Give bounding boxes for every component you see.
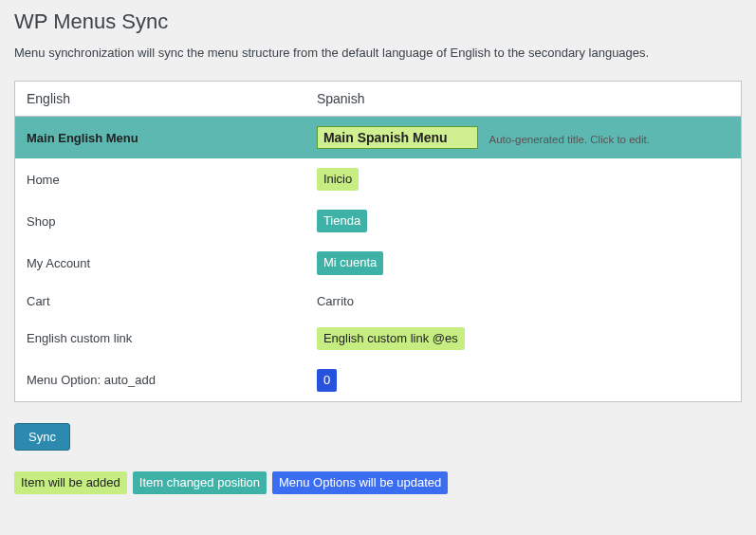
legend: Item will be added Item changed position…	[14, 471, 742, 494]
header-source-lang: English	[15, 82, 305, 117]
source-menu-name: Main English Menu	[15, 117, 305, 159]
source-item-label: My Account	[15, 242, 305, 284]
legend-updated: Menu Options will be updated	[272, 471, 448, 494]
target-item-badge: Mi cuenta	[317, 251, 383, 274]
target-item-badge: Tienda	[317, 210, 367, 232]
table-row: Cart Carrito	[15, 285, 742, 318]
legend-changed: Item changed position	[133, 471, 267, 494]
table-row: Home Inicio	[15, 158, 742, 200]
target-item-label: Carrito	[305, 285, 742, 318]
page-title: WP Menus Sync	[14, 9, 742, 34]
source-item-label: Cart	[15, 285, 305, 318]
header-target-lang: Spanish	[305, 82, 742, 117]
target-item-badge: Inicio	[317, 168, 359, 191]
table-row: Shop Tienda	[15, 200, 742, 242]
sync-button[interactable]: Sync	[14, 423, 70, 451]
source-item-label: Menu Option: auto_add	[15, 360, 305, 402]
source-item-label: Home	[15, 158, 305, 200]
source-item-label: English custom link	[15, 318, 305, 360]
menu-header-row: Main English Menu Auto-generated title. …	[15, 117, 742, 159]
target-item-badge: 0	[317, 369, 337, 392]
target-item-badge: English custom link @es	[317, 327, 465, 350]
table-row: English custom link English custom link …	[15, 318, 742, 360]
target-menu-name-input[interactable]	[317, 126, 478, 149]
sync-table: English Spanish Main English Menu Auto-g…	[14, 81, 742, 402]
table-row: Menu Option: auto_add 0	[15, 360, 742, 402]
table-row: My Account Mi cuenta	[15, 242, 742, 284]
legend-added: Item will be added	[14, 471, 127, 494]
source-item-label: Shop	[15, 200, 305, 242]
page-description: Menu synchronization will sync the menu …	[14, 46, 742, 60]
target-menu-hint: Auto-generated title. Click to edit.	[489, 134, 650, 145]
